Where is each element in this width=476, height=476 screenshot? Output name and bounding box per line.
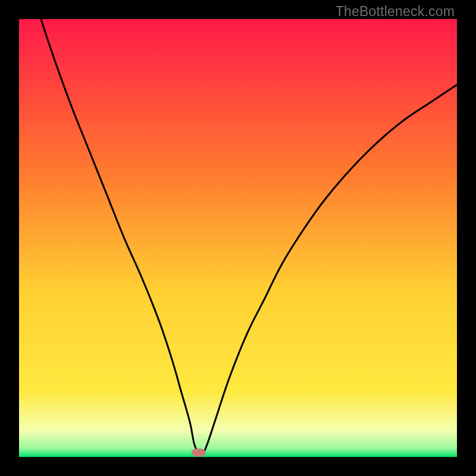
chart-background-gradient <box>19 19 457 457</box>
chart-svg <box>19 19 457 457</box>
watermark-text: TheBottleneck.com <box>336 4 455 20</box>
optimal-point-marker <box>192 449 206 457</box>
frame-border-left <box>0 0 19 476</box>
frame-border-right <box>457 0 476 476</box>
chart-plot-area <box>19 19 457 457</box>
frame-border-bottom <box>0 457 476 476</box>
